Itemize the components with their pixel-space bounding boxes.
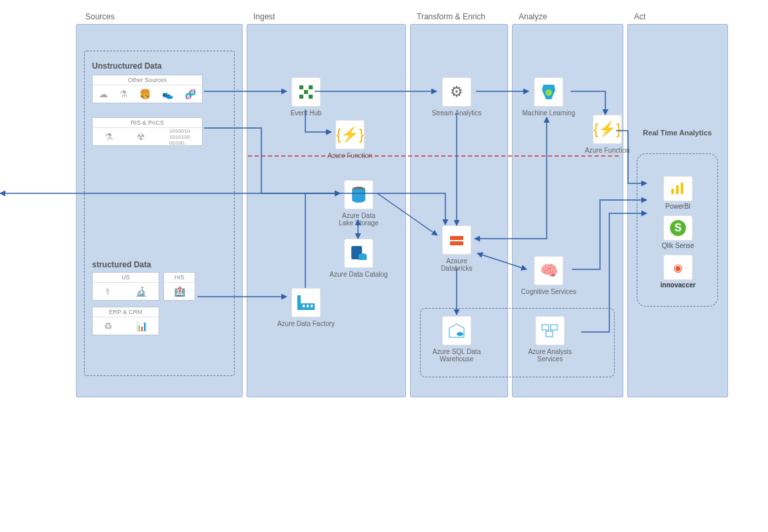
stream-analytics-label: Stream Analytics: [427, 109, 487, 117]
binary-text-icon: 1010010101010000100..: [169, 128, 190, 146]
node-azure-function-2: {⚡} Azure Function: [577, 115, 637, 154]
node-event-hub: Event Hub: [276, 77, 336, 117]
databricks-icon: [442, 225, 471, 255]
innovaccer-label: innovaccer: [648, 281, 708, 289]
box-us: US ⚕🔬: [92, 272, 159, 301]
function-icon: {⚡}: [335, 120, 365, 149]
weather-icon: ☁︎: [99, 89, 108, 99]
radiation-icon: ☢: [137, 131, 145, 142]
svg-rect-12: [297, 295, 301, 310]
svg-rect-22: [542, 325, 549, 330]
act-stack: PowerBI S Qlik Sense ◉ innovaccer: [648, 172, 708, 294]
data-catalog-label: Azure Data Catalog: [329, 271, 389, 278]
data-lake-label: Azure Data Lake Storage: [329, 212, 389, 227]
svg-point-21: [545, 89, 552, 96]
box-other-sources: Other Sources ☁︎⚗🍔👟🧬: [92, 75, 203, 103]
cycle-icon: ♻: [104, 321, 113, 331]
node-analysis-services: Azure Analysis Services: [520, 316, 580, 363]
stream-analytics-icon: ⚙: [442, 77, 471, 107]
ml-label: Machine Learning: [519, 109, 579, 117]
svg-rect-26: [676, 185, 679, 194]
node-data-factory: Azure Data Factory: [276, 288, 336, 327]
azure-function-1-label: Azure Function: [320, 152, 380, 159]
svg-rect-27: [681, 183, 683, 194]
azure-function-2-label: Azure Function: [577, 147, 637, 154]
ml-icon: [534, 77, 563, 107]
shoe-icon: 👟: [162, 89, 173, 99]
event-hub-icon: [291, 77, 321, 107]
node-data-lake: Azure Data Lake Storage: [329, 180, 389, 227]
svg-rect-3: [299, 95, 303, 99]
act-title: Real Time Analytics: [639, 128, 716, 137]
analysis-services-icon: [535, 316, 565, 345]
lab-icon: ⚗: [119, 89, 128, 99]
svg-rect-15: [311, 305, 313, 307]
ris-pacs-label: RIS & PACS: [93, 118, 202, 128]
qlik-icon: S: [663, 215, 693, 241]
erp-crm-label: ERP & CRM: [93, 307, 159, 317]
sql-dw-label: Azure SQL Data Warehouse: [427, 348, 487, 363]
svg-rect-24: [546, 331, 553, 337]
hospital-icon: 🏥: [174, 286, 185, 297]
svg-rect-23: [551, 325, 557, 330]
svg-rect-10: [359, 255, 367, 260]
data-lake-icon: [344, 180, 373, 209]
dna-icon: 🧬: [185, 89, 196, 99]
svg-rect-2: [304, 90, 308, 94]
node-data-catalog: Azure Data Catalog: [329, 239, 389, 278]
analysis-services-label: Azure Analysis Services: [520, 348, 580, 363]
unstructured-title: Unstructured Data: [92, 61, 162, 71]
box-erp-crm: ERP & CRM ♻📊: [92, 307, 159, 335]
microscope-icon: 🔬: [135, 286, 147, 297]
function-icon-2: {⚡}: [593, 115, 622, 144]
other-sources-label: Other Sources: [93, 75, 202, 85]
report-icon: 📊: [136, 321, 147, 331]
brain-icon: 🧠: [534, 256, 563, 285]
node-databricks: Azaure Databricks: [427, 225, 487, 272]
powerbi-icon: [663, 176, 693, 201]
svg-rect-14: [307, 305, 309, 307]
node-cognitive: 🧠 Cognitive Services: [519, 256, 579, 295]
node-ml: Machine Learning: [519, 77, 579, 117]
svg-rect-25: [671, 189, 674, 194]
data-catalog-icon: [344, 239, 373, 268]
node-sql-dw: Azure SQL Data Warehouse: [427, 316, 487, 363]
svg-point-19: [457, 332, 463, 336]
powerbi-label: PowerBI: [648, 203, 708, 210]
databricks-label: Azaure Databricks: [427, 257, 487, 272]
col-label-transform: Transform & Enrich: [417, 12, 485, 21]
us-label: US: [93, 273, 159, 283]
structured-title: structured Data: [92, 260, 151, 269]
cognitive-label: Cognitive Services: [519, 288, 579, 295]
node-azure-function-1: {⚡} Azure Function: [320, 120, 380, 159]
gene-icon: ⚕: [105, 286, 111, 297]
svg-rect-1: [309, 85, 313, 89]
box-ris-pacs: RIS & PACS ⚗☢1010010101010000100..: [92, 117, 203, 146]
col-label-analyze: Analyze: [519, 12, 547, 21]
svg-rect-17: [450, 241, 463, 245]
event-hub-label: Event Hub: [276, 109, 336, 117]
svg-rect-16: [450, 236, 463, 240]
svg-rect-4: [309, 95, 313, 99]
box-his: HIS 🏥: [163, 272, 195, 301]
sql-dw-icon: [442, 316, 471, 345]
svg-rect-0: [299, 85, 303, 89]
qlik-label: Qlik Sense: [648, 242, 708, 249]
burger-icon: 🍔: [139, 89, 151, 99]
architecture-diagram: Sources Ingest Transform & Enrich Analyz…: [0, 0, 768, 532]
innovaccer-icon: ◉: [663, 255, 693, 280]
flask-icon: ⚗: [105, 131, 113, 142]
his-label: HIS: [164, 273, 195, 283]
data-factory-label: Azure Data Factory: [276, 320, 336, 327]
col-label-act: Act: [634, 12, 645, 21]
node-stream-analytics: ⚙ Stream Analytics: [427, 77, 487, 117]
svg-text:S: S: [675, 222, 682, 233]
col-label-ingest: Ingest: [253, 12, 275, 21]
svg-point-7: [352, 197, 365, 203]
svg-rect-13: [303, 305, 305, 307]
col-label-sources: Sources: [85, 12, 115, 21]
data-factory-icon: [291, 288, 321, 317]
